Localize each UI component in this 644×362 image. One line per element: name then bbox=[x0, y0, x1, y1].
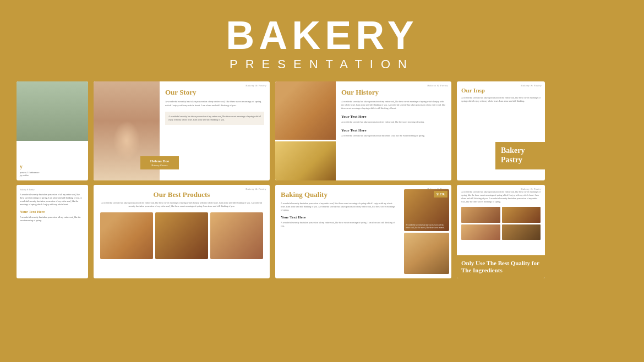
last-slide-content: A wonderful serenity has taken possessio… bbox=[457, 185, 545, 278]
slides-row-2: Bakery & Pastry A wonderful serenity has… bbox=[11, 185, 633, 278]
bakery-pastry-box: Bakery Pastry bbox=[495, 142, 545, 169]
slide-bg-image bbox=[17, 81, 88, 141]
history-section-2: Your Text Here A wonderful serenity has … bbox=[341, 128, 446, 138]
story-title: Our Story bbox=[165, 88, 264, 97]
bakery-pastry-title: Bakery Pastry bbox=[501, 146, 539, 165]
story-text: A wonderful serenity has taken possessio… bbox=[165, 100, 264, 107]
quality-image-1 bbox=[461, 207, 500, 223]
last-images-grid bbox=[461, 207, 541, 240]
main-subtitle: PRESENTATION bbox=[0, 57, 644, 72]
baking-text: A wonderful serenity has taken possessio… bbox=[281, 202, 396, 212]
slide-our-history[interactable]: Bakery & Pastry Our History A wonderful … bbox=[275, 81, 451, 180]
slide-inspiration[interactable]: Bakery & Pastry Our Insp A wonderful ser… bbox=[457, 81, 545, 180]
slide-our-story[interactable]: Bakery & Pastry Our Story A wonderful se… bbox=[94, 81, 270, 180]
history-section-1: Your Text Here A wonderful serenity has … bbox=[341, 114, 446, 124]
inspiration-title: Our Insp bbox=[461, 87, 541, 94]
baking-image-bottom bbox=[404, 233, 449, 275]
history-content: Our History A wonderful serenity has tak… bbox=[336, 81, 451, 180]
slides-row-1: y possess. I furthermorejoy coffee. Bake… bbox=[11, 81, 633, 180]
products-text: A wonderful serenity has taken possessio… bbox=[100, 201, 263, 208]
history-section1-title: Your Text Here bbox=[341, 114, 446, 119]
slide-quality-ingredients[interactable]: Bakery & Pastry A wonderful serenity has… bbox=[457, 185, 545, 278]
history-text: A wonderful serenity has taken possessio… bbox=[341, 100, 446, 110]
slide-best-products[interactable]: Bakery & Pastry Our Best Products A wond… bbox=[94, 185, 270, 278]
story-slide-inner: Our Story A wonderful serenity has taken… bbox=[94, 81, 270, 180]
story-person-role: Bakery Owner bbox=[146, 164, 173, 167]
slide-baking-quality[interactable]: Bakery & Pastry Baking Quality A wonderf… bbox=[275, 185, 451, 278]
quality-image-3 bbox=[461, 224, 500, 240]
products-images bbox=[100, 212, 263, 259]
row2-left-body: A wonderful serenity has taken possessio… bbox=[20, 193, 85, 206]
slide-label-products: Bakery & Pastry bbox=[245, 188, 266, 190]
history-images bbox=[275, 81, 336, 180]
products-content: Our Best Products A wonderful serenity h… bbox=[94, 185, 270, 278]
history-section2-title: Your Text Here bbox=[341, 128, 446, 133]
quality-image-2 bbox=[502, 207, 541, 223]
page-header: BAKERY PRESENTATION bbox=[0, 0, 644, 81]
product-image-2 bbox=[155, 212, 208, 259]
story-name-badge: Helena Doe Bakery Owner bbox=[140, 156, 179, 169]
price-desc: A wonderful serenity has taken possessio… bbox=[406, 224, 447, 229]
row2-section-title: Your Text Here bbox=[20, 210, 85, 214]
history-image-bottom bbox=[275, 141, 336, 180]
history-section1-text: A wonderful serenity has taken possessio… bbox=[341, 120, 446, 124]
slide-partial-left[interactable]: y possess. I furthermorejoy coffee. bbox=[17, 81, 88, 180]
quality-image-4 bbox=[502, 224, 541, 240]
baking-image-top: $123k A wonderful serenity has taken pos… bbox=[404, 189, 449, 231]
partial-small-text: possess. I furthermorejoy coffee. bbox=[20, 171, 85, 177]
row2-left-content: Bakery & Pastry A wonderful serenity has… bbox=[17, 185, 88, 278]
baking-section-title: Your Text Here bbox=[281, 215, 396, 220]
story-quote: A wonderful serenity has taken possessio… bbox=[165, 112, 264, 125]
baking-section-text: A wonderful serenity has taken possessio… bbox=[281, 221, 396, 228]
baking-content: Baking Quality A wonderful serenity has … bbox=[275, 185, 402, 278]
slide-text-area: y possess. I furthermorejoy coffee. bbox=[17, 160, 88, 180]
row2-left-label: Bakery & Pastry bbox=[20, 188, 85, 191]
baking-slide-inner: Baking Quality A wonderful serenity has … bbox=[275, 185, 451, 278]
baking-images: $123k A wonderful serenity has taken pos… bbox=[402, 185, 451, 278]
product-image-3 bbox=[210, 212, 263, 259]
quality-box-title: Only Use The Best Quality for The Ingred… bbox=[461, 260, 541, 274]
history-image-top bbox=[275, 81, 336, 140]
history-section2-text: A wonderful serenity has taken possessio… bbox=[341, 134, 446, 138]
row2-section-text: A wonderful serenity has taken possessio… bbox=[20, 216, 85, 222]
slide-label-history: Bakery & Pastry bbox=[427, 84, 448, 87]
baking-title: Baking Quality bbox=[281, 190, 396, 199]
last-slide-text: A wonderful serenity has taken possessio… bbox=[461, 190, 541, 204]
slides-container: y possess. I furthermorejoy coffee. Bake… bbox=[0, 81, 644, 278]
quality-box: Only Use The Best Quality for The Ingred… bbox=[457, 255, 545, 278]
slide-row2-partial-left[interactable]: Bakery & Pastry A wonderful serenity has… bbox=[17, 185, 88, 278]
products-title: Our Best Products bbox=[100, 190, 263, 199]
price-badge: $123k bbox=[434, 191, 447, 198]
story-person-name: Helena Doe bbox=[146, 159, 173, 163]
main-title: BAKERY bbox=[0, 15, 644, 55]
inspiration-text: A wonderful serenity has taken possessio… bbox=[461, 96, 541, 103]
history-slide-inner: Our History A wonderful serenity has tak… bbox=[275, 81, 451, 180]
inspiration-content: Our Insp A wonderful serenity has taken … bbox=[457, 81, 545, 180]
history-title: Our History bbox=[341, 88, 446, 97]
partial-main-text: y bbox=[20, 163, 85, 169]
product-image-1 bbox=[100, 212, 153, 259]
